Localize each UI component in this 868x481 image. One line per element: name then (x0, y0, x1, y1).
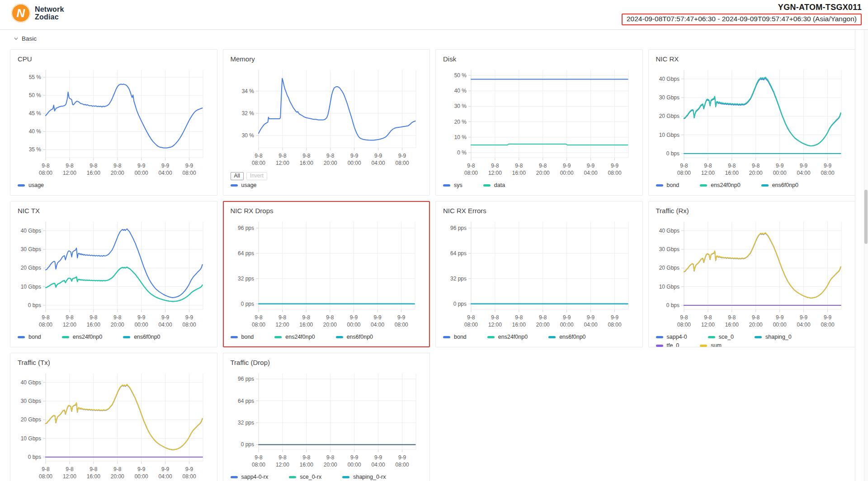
gridlines (681, 70, 841, 160)
legend-item-shaping_0-rx[interactable]: shaping_0-rx (342, 474, 386, 480)
svg-text:16:00: 16:00 (512, 322, 526, 328)
axis-labels: 9-808:009-812:009-816:009-820:009-900:00… (29, 74, 196, 176)
svg-text:12:00: 12:00 (275, 160, 289, 166)
legend-item-ens24f0np0[interactable]: ens24f0np0 (700, 182, 740, 188)
legend-item-sys[interactable]: sys (443, 182, 462, 188)
svg-text:0 bps: 0 bps (28, 302, 41, 308)
legend-invert-button[interactable]: Invert (246, 172, 267, 180)
svg-text:9-9: 9-9 (137, 163, 146, 169)
svg-text:30 Gbps: 30 Gbps (659, 94, 679, 101)
svg-text:9-8: 9-8 (255, 314, 263, 321)
svg-text:0 pps: 0 pps (453, 301, 467, 307)
legend-item-sapp4-0-rx[interactable]: sapp4-0-rx (231, 474, 269, 480)
axis-labels: 9-808:009-812:009-816:009-820:009-900:00… (454, 72, 622, 176)
chart-memory-canvas[interactable]: 9-808:009-812:009-816:009-820:009-900:00… (231, 65, 422, 168)
svg-text:04:00: 04:00 (584, 322, 598, 328)
series-ens24f0np0 (684, 77, 841, 146)
svg-text:9-9: 9-9 (563, 163, 571, 169)
chart-nic-rx-errors-canvas[interactable]: 9-808:009-812:009-816:009-820:009-900:00… (443, 217, 635, 330)
svg-text:08:00: 08:00 (39, 170, 52, 176)
svg-text:00:00: 00:00 (135, 170, 148, 176)
svg-text:9-8: 9-8 (113, 314, 122, 321)
svg-text:10 Gbps: 10 Gbps (21, 435, 41, 442)
svg-text:20 Gbps: 20 Gbps (21, 416, 41, 423)
svg-text:40 %: 40 % (29, 128, 42, 135)
legend-item-ens6f0np0[interactable]: ens6f0np0 (336, 334, 373, 340)
legend-item-shaping_0[interactable]: shaping_0 (755, 334, 792, 340)
gridlines (256, 222, 415, 312)
svg-text:9-9: 9-9 (587, 314, 595, 321)
svg-text:9-9: 9-9 (161, 466, 170, 472)
svg-text:9-8: 9-8 (90, 163, 98, 169)
legend-item-sum[interactable]: sum (700, 342, 722, 347)
legend-swatch (708, 336, 715, 338)
legend-item-bond[interactable]: bond (18, 334, 41, 340)
chart-cpu-canvas[interactable]: 9-808:009-812:009-816:009-820:009-900:00… (18, 65, 209, 178)
legend-swatch (487, 336, 495, 338)
legend-item-ens6f0np0[interactable]: ens6f0np0 (761, 182, 798, 188)
legend-select-all-button[interactable]: All (231, 172, 244, 180)
legend-item-ens24f0np0[interactable]: ens24f0np0 (62, 334, 102, 340)
legend-item-ens6f0np0[interactable]: ens6f0np0 (548, 334, 585, 340)
legend-label: ens6f0np0 (559, 334, 585, 340)
svg-text:04:00: 04:00 (584, 170, 598, 176)
svg-text:04:00: 04:00 (797, 170, 810, 176)
brand-logo[interactable]: N Network Zodiac (11, 4, 64, 23)
legend-item-ens6f0np0[interactable]: ens6f0np0 (123, 334, 160, 340)
chart-nic-rx-canvas[interactable]: 9-808:009-812:009-816:009-820:009-900:00… (656, 65, 848, 178)
chart-title-disk: Disk (443, 55, 635, 63)
svg-text:0 bps: 0 bps (666, 150, 679, 157)
chart-title-traffic-drop: Traffic (Drop) (231, 359, 423, 366)
svg-text:40 Gbps: 40 Gbps (659, 228, 679, 234)
chart-disk-canvas[interactable]: 9-808:009-812:009-816:009-820:009-900:00… (443, 65, 635, 178)
content-right-border (855, 30, 855, 481)
svg-text:08:00: 08:00 (251, 160, 265, 166)
chart-title-traffic-rx: Traffic (Rx) (656, 207, 848, 215)
svg-text:32 pps: 32 pps (450, 276, 467, 282)
series-data (471, 144, 628, 145)
time-range-picker[interactable]: 2024-09-08T07:57:47+06:30 - 2024-09-09T0… (622, 14, 862, 25)
legend-item-bond[interactable]: bond (656, 182, 679, 188)
legend-item-usage[interactable]: usage (18, 182, 44, 188)
legend-item-bond[interactable]: bond (443, 334, 467, 340)
chart-nic-rx-drops-canvas[interactable]: 9-808:009-812:009-816:009-820:009-900:00… (231, 217, 421, 330)
svg-text:16:00: 16:00 (87, 322, 100, 328)
svg-text:9-9: 9-9 (350, 454, 359, 461)
chart-traffic-drop-canvas[interactable]: 9-808:009-812:009-816:009-820:009-900:00… (231, 369, 422, 470)
legend-cpu: usage (18, 182, 210, 188)
scrollbar-thumb[interactable] (864, 190, 868, 244)
legend-item-sce_0-rx[interactable]: sce_0-rx (289, 474, 321, 480)
chart-title-nic-tx: NIC TX (18, 207, 210, 215)
legend-item-usage[interactable]: usage (231, 182, 257, 188)
svg-text:0 %: 0 % (457, 149, 467, 156)
legend-item-data[interactable]: data (483, 182, 505, 188)
axis-labels: 9-808:009-812:009-816:009-820:009-900:00… (237, 376, 409, 468)
section-toggle-basic[interactable]: Basic (0, 30, 99, 46)
legend-swatch (483, 184, 491, 187)
chart-traffic-tx-canvas[interactable]: 9-808:009-812:009-816:009-820:009-900:00… (18, 369, 209, 481)
svg-text:16:00: 16:00 (725, 170, 738, 176)
legend-item-sce_0[interactable]: sce_0 (708, 334, 734, 340)
svg-text:08:00: 08:00 (394, 322, 408, 328)
svg-text:12:00: 12:00 (63, 473, 76, 480)
svg-text:20 Gbps: 20 Gbps (659, 113, 679, 119)
chart-traffic-rx-canvas[interactable]: 9-808:009-812:009-816:009-820:009-900:00… (656, 217, 848, 330)
svg-text:9-8: 9-8 (42, 163, 50, 169)
axis-labels: 9-808:009-812:009-816:009-820:009-900:00… (450, 225, 622, 328)
svg-text:20 %: 20 % (454, 119, 467, 125)
svg-text:12:00: 12:00 (488, 322, 502, 328)
chart-nic-tx-canvas[interactable]: 9-808:009-812:009-816:009-820:009-900:00… (18, 217, 209, 330)
legend-item-tfe_0[interactable]: tfe_0 (656, 342, 679, 347)
series-sum (684, 233, 841, 298)
scrollbar[interactable] (864, 30, 868, 481)
legend-label: ens6f0np0 (347, 334, 373, 340)
dashboard-page: N Network Zodiac YGN-ATOM-TSGX011 2024-0… (0, 0, 868, 481)
svg-text:16:00: 16:00 (87, 473, 100, 480)
legend-item-sapp4-0[interactable]: sapp4-0 (656, 334, 687, 340)
svg-text:9-8: 9-8 (66, 314, 74, 321)
charts-grid: CPU9-808:009-812:009-816:009-820:009-900… (0, 46, 868, 481)
legend-item-ens24f0np0[interactable]: ens24f0np0 (487, 334, 528, 340)
svg-text:16:00: 16:00 (725, 322, 738, 328)
legend-item-bond[interactable]: bond (231, 334, 254, 340)
legend-item-ens24f0np0[interactable]: ens24f0np0 (274, 334, 315, 340)
